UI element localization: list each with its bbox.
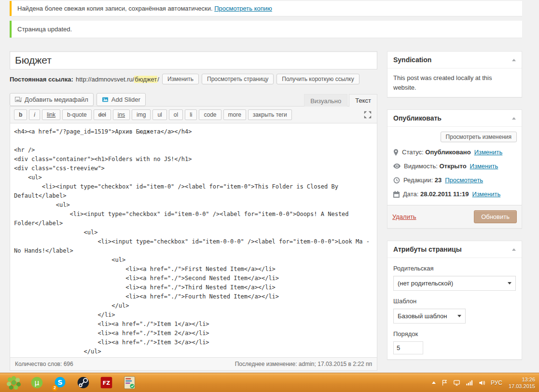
task-logger-icon xyxy=(123,376,137,390)
delete-link[interactable]: Удалить xyxy=(392,213,416,220)
qt-bold-button[interactable]: b xyxy=(14,109,27,120)
browse-revisions-link[interactable]: Просмотреть xyxy=(445,176,483,184)
qt-link-button[interactable]: link xyxy=(42,109,60,120)
show-hidden-icons-button[interactable] xyxy=(432,381,436,384)
tab-visual[interactable]: Визуально xyxy=(304,94,347,107)
date-row: Дата: 28.02.2011 11:19 Изменить xyxy=(387,187,522,201)
editor-column: Постоянная ссылка: http://admnovsvet.ru/… xyxy=(10,51,377,372)
editor-textarea[interactable]: <h4><a href="/?page_id=1519">Архив Бюдже… xyxy=(10,123,377,357)
system-tray: РУС 13:26 17.03.2015 xyxy=(432,376,535,390)
clock-date: 17.03.2015 xyxy=(509,383,535,390)
status-row: Статус: Опубликовано Изменить xyxy=(387,145,522,159)
display-settings-icon[interactable] xyxy=(453,379,460,386)
edit-status-link[interactable]: Изменить xyxy=(474,149,503,156)
qt-img-button[interactable]: img xyxy=(132,109,151,120)
add-slider-button[interactable]: Add Slider xyxy=(97,93,146,106)
updated-notice: Страница updated. xyxy=(10,21,522,38)
word-count: Количество слов: 696 xyxy=(15,361,73,367)
edit-permalink-button[interactable]: Изменить xyxy=(162,74,199,84)
skype-unread-badge: 2 xyxy=(52,385,58,391)
get-shortlink-button[interactable]: Получить короткую ссылку xyxy=(276,74,359,84)
revisions-row: Редакции: 23 Просмотреть xyxy=(387,173,522,187)
taskbar-icon-filezilla[interactable]: FZ xyxy=(97,374,116,392)
taskbar-clock[interactable]: 13:26 17.03.2015 xyxy=(509,376,535,390)
page-title-input[interactable] xyxy=(10,51,377,69)
taskbar-icon-steam[interactable] xyxy=(73,374,93,392)
revisions-icon xyxy=(393,177,400,184)
collapse-syndication-button[interactable] xyxy=(512,59,516,61)
preview-changes-button[interactable]: Просмотреть изменения xyxy=(441,132,517,142)
clock-time: 13:26 xyxy=(509,376,535,383)
edit-visibility-link[interactable]: Изменить xyxy=(470,162,498,170)
volume-icon[interactable] xyxy=(478,379,485,386)
fullscreen-icon xyxy=(363,113,372,121)
filezilla-icon: FZ xyxy=(99,376,113,390)
template-select[interactable]: Базовый шаблон xyxy=(393,309,466,324)
language-indicator[interactable]: РУС xyxy=(491,379,502,386)
template-label: Шаблон xyxy=(393,297,516,306)
wp-admin-page: Найдена более свежая копия записи, сохра… xyxy=(10,0,522,372)
parent-select[interactable]: (нет родительской) xyxy=(393,276,516,291)
qt-ul-button[interactable]: ul xyxy=(152,109,166,120)
svg-text:FZ: FZ xyxy=(102,380,110,386)
pin-icon xyxy=(393,149,399,156)
qt-ins-button[interactable]: ins xyxy=(113,109,130,120)
chevron-down-icon xyxy=(457,315,461,317)
syndication-panel: Syndication This post was created locall… xyxy=(387,51,522,97)
publish-panel-title: Опубликовать xyxy=(393,114,442,122)
edit-date-link[interactable]: Изменить xyxy=(472,190,501,198)
autosave-notice-text: Найдена более свежая копия записи, сохра… xyxy=(17,5,213,12)
parent-label: Родительская xyxy=(393,264,516,273)
page-attributes-title: Атрибуты страницы xyxy=(393,245,462,253)
qt-more-button[interactable]: more xyxy=(223,109,246,120)
action-center-flag-icon[interactable] xyxy=(441,379,448,386)
tab-text[interactable]: Текст xyxy=(349,94,377,107)
fullscreen-button[interactable] xyxy=(362,109,373,120)
editor-status-bar: Количество слов: 696 Последнее изменение… xyxy=(10,357,377,370)
qt-close-tags-button[interactable]: закрыть теги xyxy=(248,109,292,120)
steam-icon xyxy=(76,376,90,390)
permalink-row: Постоянная ссылка: http://admnovsvet.ru/… xyxy=(10,74,377,84)
editor-mode-tabs: Визуально Текст xyxy=(304,94,377,107)
sidebar: Syndication This post was created locall… xyxy=(387,51,522,372)
text-editor: b i link b-quote del ins img ul ol li co… xyxy=(10,106,377,371)
page-attributes-panel: Атрибуты страницы Родительская (нет роди… xyxy=(387,241,522,360)
windows-taskbar: µ S 2 FZ РУС 13:26 17. xyxy=(0,373,539,392)
permalink-url: http://admnovsvet.ru/ xyxy=(76,76,134,83)
collapse-publish-button[interactable] xyxy=(512,117,516,120)
qt-del-button[interactable]: del xyxy=(94,109,111,120)
view-copy-link[interactable]: Просмотреть копию xyxy=(214,5,272,12)
eye-icon xyxy=(393,163,401,169)
qt-italic-button[interactable]: i xyxy=(29,109,40,120)
last-edited: Последнее изменение: admin; 17.03.2015 в… xyxy=(235,361,372,367)
svg-text:S: S xyxy=(57,378,62,386)
updated-notice-text: Страница updated. xyxy=(17,26,72,33)
quicktags-toolbar: b i link b-quote del ins img ul ol li co… xyxy=(10,107,377,123)
collapse-attributes-button[interactable] xyxy=(512,248,516,251)
taskbar-icon-skype[interactable]: S 2 xyxy=(50,374,69,392)
qt-code-button[interactable]: code xyxy=(199,109,221,120)
syndication-panel-title: Syndication xyxy=(393,56,431,64)
view-page-button[interactable]: Просмотреть страницу xyxy=(202,74,274,84)
svg-text:µ: µ xyxy=(34,378,39,387)
qt-ol-button[interactable]: ol xyxy=(169,109,183,120)
taskbar-icon-task-logger[interactable] xyxy=(120,374,139,392)
icq-flower-icon xyxy=(7,376,21,390)
chevron-down-icon xyxy=(508,282,511,284)
taskbar-icon-utorrent[interactable]: µ xyxy=(27,374,46,392)
calendar-icon xyxy=(393,191,400,198)
taskbar-icon-icq[interactable] xyxy=(4,374,23,392)
network-signal-icon[interactable] xyxy=(466,379,473,386)
update-button[interactable]: Обновить xyxy=(474,210,517,223)
permalink-slug[interactable]: бюджет xyxy=(134,76,157,83)
qt-blockquote-button[interactable]: b-quote xyxy=(62,109,92,120)
utorrent-icon: µ xyxy=(30,376,44,390)
syndication-body: This post was created locally at this we… xyxy=(387,68,522,97)
permalink-trailing-slash: / xyxy=(157,76,159,83)
order-input[interactable] xyxy=(393,341,423,354)
add-media-button[interactable]: Добавить медиафайл xyxy=(10,93,94,106)
visibility-row: Видимость: Открыто Изменить xyxy=(387,159,522,173)
qt-li-button[interactable]: li xyxy=(185,109,197,120)
autosave-notice: Найдена более свежая копия записи, сохра… xyxy=(10,1,522,16)
publish-panel: Опубликовать Просмотреть изменения Стату… xyxy=(387,109,522,229)
